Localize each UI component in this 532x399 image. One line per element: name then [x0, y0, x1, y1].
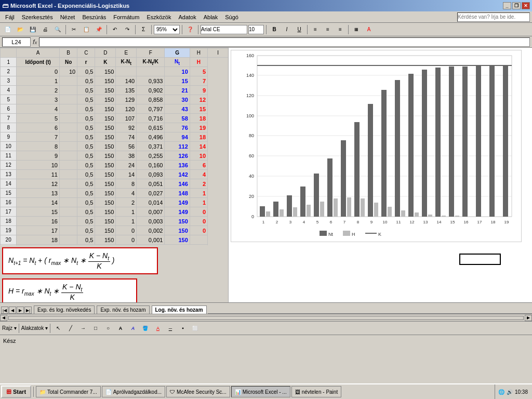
- draw-wordart-button[interactable]: A: [127, 323, 139, 334]
- row-header-7[interactable]: 7: [1, 114, 17, 123]
- cell-B7[interactable]: [60, 114, 77, 123]
- cell-A13[interactable]: 11: [17, 170, 60, 179]
- cell-C20[interactable]: 0,5: [77, 235, 95, 245]
- cell-A2[interactable]: 0: [17, 67, 60, 76]
- cell-E9[interactable]: 74: [116, 132, 137, 142]
- cell-D15[interactable]: 150: [95, 189, 116, 198]
- cell-E4[interactable]: 135: [116, 86, 137, 95]
- cell-G3[interactable]: 15: [165, 76, 190, 86]
- row-header-19[interactable]: 19: [1, 226, 17, 235]
- cell-A1[interactable]: Időpont (t): [17, 58, 60, 67]
- cell-E17[interactable]: 1: [116, 207, 137, 217]
- cell-C9[interactable]: 0,5: [77, 132, 95, 142]
- open-button[interactable]: 📂: [15, 24, 26, 35]
- cell-H17[interactable]: 0: [190, 207, 207, 217]
- cell-D12[interactable]: 150: [95, 161, 116, 170]
- row-header-14[interactable]: 14: [1, 179, 17, 189]
- cell-G20[interactable]: 150: [165, 235, 190, 245]
- cell-G11[interactable]: 126: [165, 151, 190, 161]
- row-header[interactable]: 1: [1, 58, 17, 67]
- row-header-10[interactable]: 10: [1, 142, 17, 151]
- row-header-17[interactable]: 17: [1, 207, 17, 217]
- print-preview-button[interactable]: 🔍: [52, 24, 63, 35]
- align-left-button[interactable]: ≡: [310, 24, 321, 35]
- cell-B17[interactable]: [60, 207, 77, 217]
- cell-C5[interactable]: 0,5: [77, 95, 95, 104]
- cell-F17[interactable]: 0,007: [137, 207, 165, 217]
- cell-A11[interactable]: 9: [17, 151, 60, 161]
- cell-D9[interactable]: 150: [95, 132, 116, 142]
- cell-G13[interactable]: 142: [165, 170, 190, 179]
- cell-D1[interactable]: K: [95, 58, 116, 67]
- menu-eszkozok[interactable]: Eszközök: [143, 13, 174, 21]
- cell-H5[interactable]: 12: [190, 95, 207, 104]
- cell-E6[interactable]: 120: [116, 104, 137, 114]
- cell-H12[interactable]: 6: [190, 161, 207, 170]
- cell-B20[interactable]: [60, 235, 77, 245]
- menu-adatok[interactable]: Adatok: [175, 13, 199, 21]
- cell-C13[interactable]: 0,5: [77, 170, 95, 179]
- cell-F7[interactable]: 0,716: [137, 114, 165, 123]
- cell-H2[interactable]: 5: [190, 67, 207, 76]
- cell-A12[interactable]: 10: [17, 161, 60, 170]
- cell-C11[interactable]: 0,5: [77, 151, 95, 161]
- align-center-button[interactable]: ≡: [322, 24, 334, 35]
- cell-E1[interactable]: K-Nt: [116, 58, 137, 67]
- menu-formatum[interactable]: Formátum: [110, 13, 142, 21]
- cell-C18[interactable]: 0,5: [77, 217, 95, 226]
- cell-B9[interactable]: [60, 132, 77, 142]
- cell-G15[interactable]: 148: [165, 189, 190, 198]
- cell-E5[interactable]: 129: [116, 95, 137, 104]
- cell-F20[interactable]: 0,001: [137, 235, 165, 245]
- scroll-left-button[interactable]: ◀: [0, 315, 7, 321]
- cell-F9[interactable]: 0,496: [137, 132, 165, 142]
- cell-D13[interactable]: 150: [95, 170, 116, 179]
- cell-B5[interactable]: [60, 95, 77, 104]
- cell-F12[interactable]: 0,160: [137, 161, 165, 170]
- start-button[interactable]: ⊞ Start: [1, 385, 31, 398]
- sheet-nav-prev[interactable]: ◀: [9, 307, 16, 314]
- draw-line-button[interactable]: ╱: [65, 323, 76, 334]
- cell-D6[interactable]: 150: [95, 104, 116, 114]
- cell-D2[interactable]: 150: [95, 67, 116, 76]
- cell-A9[interactable]: 7: [17, 132, 60, 142]
- taskbar-apro[interactable]: 📄 Aprólvadgazdálkod...: [102, 386, 165, 397]
- cell-G9[interactable]: 94: [165, 132, 190, 142]
- row-header-13[interactable]: 13: [1, 170, 17, 179]
- taskbar-mcafee[interactable]: 🛡 McAfee Security Sc...: [166, 386, 230, 397]
- row-header-4[interactable]: 4: [1, 86, 17, 95]
- cut-button[interactable]: ✂: [68, 24, 79, 35]
- cell-F2[interactable]: [137, 67, 165, 76]
- cell-G4[interactable]: 21: [165, 86, 190, 95]
- cell-D14[interactable]: 150: [95, 179, 116, 189]
- cell-G5[interactable]: 30: [165, 95, 190, 104]
- row-header-16[interactable]: 16: [1, 198, 17, 207]
- cell-G17[interactable]: 149: [165, 207, 190, 217]
- row-header-3[interactable]: 3: [1, 76, 17, 86]
- cell-A14[interactable]: 12: [17, 179, 60, 189]
- cell-B10[interactable]: [60, 142, 77, 151]
- cell-F11[interactable]: 0,255: [137, 151, 165, 161]
- cell-B4[interactable]: [60, 86, 77, 95]
- cell-D3[interactable]: 150: [95, 76, 116, 86]
- menu-ablak[interactable]: Ablak: [201, 13, 221, 21]
- cell-A19[interactable]: 17: [17, 226, 60, 235]
- cell-E20[interactable]: 0: [116, 235, 137, 245]
- cell-B8[interactable]: [60, 123, 77, 132]
- underline-button[interactable]: U: [294, 24, 305, 35]
- cell-H10[interactable]: 14: [190, 142, 207, 151]
- sheet-tab-2[interactable]: Exp. növ. és hozam: [97, 305, 149, 314]
- paste-button[interactable]: 📌: [93, 24, 104, 35]
- cell-E13[interactable]: 14: [116, 170, 137, 179]
- cell-H14[interactable]: 2: [190, 179, 207, 189]
- sheet-tab-1[interactable]: Exp. és log. növekedés: [34, 305, 95, 314]
- alakzatok-label[interactable]: Alakzatok ▾: [21, 325, 48, 331]
- cell-C8[interactable]: 0,5: [77, 123, 95, 132]
- redo-button[interactable]: ↷: [122, 24, 133, 35]
- cell-F6[interactable]: 0,797: [137, 104, 165, 114]
- col-header-H[interactable]: H: [190, 48, 207, 58]
- cell-G8[interactable]: 76: [165, 123, 190, 132]
- cell-H3[interactable]: 7: [190, 76, 207, 86]
- draw-3d-button[interactable]: ⬜: [190, 323, 201, 334]
- cell-F16[interactable]: 0,014: [137, 198, 165, 207]
